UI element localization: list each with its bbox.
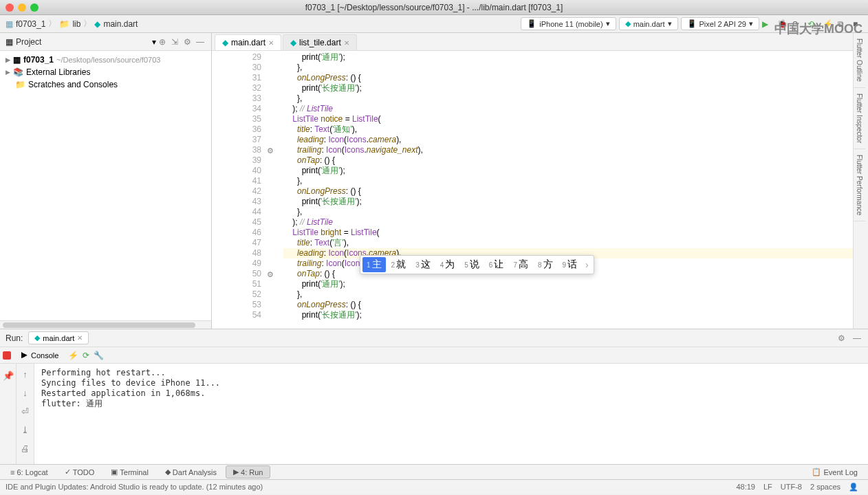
ime-candidate[interactable]: 7高 <box>509 257 532 272</box>
run-tool-sidebar: ↑ ↓ ⏎ ⤓ 🖨 <box>17 364 34 464</box>
dart-file-icon: ◆ <box>94 19 100 29</box>
window-title: f0703_1 [~/Desktop/lesson/source/f0703_1… <box>305 3 563 12</box>
dart-icon: ◆ <box>34 333 40 342</box>
hide-icon[interactable]: — <box>853 333 862 343</box>
tab-dart-analysis[interactable]: ◆Dart Analysis <box>158 465 224 478</box>
statusbar: IDE and Plugin Updates: Android Studio i… <box>0 479 868 494</box>
chevron-down-icon[interactable]: ▾ <box>152 37 156 47</box>
folder-icon: ▦ <box>6 37 13 47</box>
ime-next-icon[interactable]: › <box>583 260 592 270</box>
project-icon: ▦ <box>13 55 21 65</box>
breadcrumb-sep: 〉 <box>48 18 56 30</box>
dart-icon: ◆ <box>290 38 296 47</box>
tab-listtile[interactable]: ◆ list_tile.dart ✕ <box>283 34 357 50</box>
tab-main[interactable]: ◆ main.dart ✕ <box>215 34 281 50</box>
close-icon[interactable]: ✕ <box>344 39 349 47</box>
folder-icon: 📁 <box>59 19 69 29</box>
side-tab-inspector[interactable]: Flutter Inspector <box>854 88 865 149</box>
ime-candidate[interactable]: 1主 <box>362 257 386 272</box>
tab-event-log[interactable]: 📋Event Log <box>804 465 865 478</box>
close-icon[interactable]: ✕ <box>77 334 83 342</box>
editor: ◆ main.dart ✕ ◆ list_tile.dart ✕ 2930313… <box>212 33 868 329</box>
close-window[interactable] <box>6 3 14 12</box>
file-encoding[interactable]: UTF-8 <box>777 483 806 491</box>
gear-icon[interactable]: ⚙ <box>838 333 847 343</box>
gear-icon[interactable]: ⚙ <box>184 37 193 47</box>
breadcrumb-file: main.dart <box>103 19 138 29</box>
ime-candidate[interactable]: 8方 <box>534 257 557 272</box>
tree-scratches[interactable]: 📁 Scratches and Consoles <box>0 78 211 91</box>
run-left-sidebar: 📌 <box>0 364 17 464</box>
code-area[interactable]: 29303132333435363738⚙3940414243444546474… <box>212 51 868 329</box>
ime-candidate[interactable]: 2就 <box>387 257 411 272</box>
tab-logcat[interactable]: ≡6: Logcat <box>3 466 56 478</box>
stop-button[interactable] <box>3 351 11 360</box>
device-selector[interactable]: 📱 iPhone 11 (mobile) ▾ <box>521 17 616 30</box>
ime-popup[interactable]: 1主2就3这4为5说6让7高8方9话› <box>360 255 594 274</box>
print-icon[interactable]: 🖨 <box>18 441 32 456</box>
indent[interactable]: 2 spaces <box>806 483 845 491</box>
breadcrumb[interactable]: ▦ f0703_1 〉 📁 lib 〉 ◆ main.dart <box>6 18 138 30</box>
run-config-selector[interactable]: ◆ main.dart ▾ <box>619 17 678 30</box>
inspector-icon[interactable]: 👤 <box>845 483 862 492</box>
watermark: 中国大学MOOC <box>774 21 862 37</box>
tab-run[interactable]: ▶4: Run <box>226 465 270 478</box>
right-side-tabs: Flutter Outline Flutter Inspector Flutte… <box>853 33 868 329</box>
tab-todo[interactable]: ✓TODO <box>57 465 102 478</box>
ime-candidate[interactable]: 9话 <box>558 257 582 272</box>
project-icon: ▦ <box>6 19 13 29</box>
tree-external-libs[interactable]: ▶ 📚 External Libraries <box>0 66 211 78</box>
console-bar: ⯈ Console ⚡ ⟳ 🔧 <box>0 347 868 364</box>
scrollbar-thumb[interactable] <box>3 322 195 328</box>
scroll-icon[interactable]: ⤓ <box>19 422 32 438</box>
chevron-down-icon: ▾ <box>749 19 753 28</box>
project-panel: ▦ Project ▾ ⊕ ⇲ ⚙ — ▶ ▦ f0703_1 ~/Deskto… <box>0 33 212 329</box>
project-tree[interactable]: ▶ ▦ f0703_1 ~/Desktop/lesson/source/f070… <box>0 51 211 320</box>
ime-candidate[interactable]: 5说 <box>460 257 484 272</box>
code-content[interactable]: print('通用'); }, onLongPress: () { print(… <box>267 51 868 329</box>
restart-icon[interactable]: ⟳ <box>83 351 89 360</box>
expand-icon[interactable]: ▶ <box>6 69 10 76</box>
pin-icon[interactable]: 📌 <box>0 368 17 384</box>
hide-icon[interactable]: — <box>196 37 206 47</box>
vm-selector[interactable]: 📱 Pixel 2 API 29 ▾ <box>681 17 760 30</box>
project-panel-header: ▦ Project ▾ ⊕ ⇲ ⚙ — <box>0 33 211 51</box>
expand-icon[interactable]: ▶ <box>6 56 10 63</box>
window-controls <box>6 3 39 12</box>
collapse-icon[interactable]: ⇲ <box>171 37 181 47</box>
project-hscroll[interactable] <box>0 320 211 329</box>
editor-tabs: ◆ main.dart ✕ ◆ list_tile.dart ✕ <box>212 33 868 51</box>
maximize-window[interactable] <box>30 3 39 12</box>
console-output[interactable]: Performing hot restart... Syncing files … <box>34 364 868 464</box>
line-ending[interactable]: LF <box>759 483 777 491</box>
hot-reload-icon[interactable]: ⚡ <box>68 351 78 360</box>
down-icon[interactable]: ↓ <box>20 385 30 401</box>
up-icon[interactable]: ↑ <box>20 366 30 382</box>
devtools-icon[interactable]: 🔧 <box>94 351 104 360</box>
run-tab[interactable]: ◆ main.dart ✕ <box>28 331 89 344</box>
chevron-down-icon: ▾ <box>668 19 672 28</box>
breadcrumb-folder: lib <box>72 19 80 29</box>
status-message[interactable]: IDE and Plugin Updates: Android Studio i… <box>6 483 732 491</box>
dart-icon: ◆ <box>222 38 228 47</box>
ime-candidate[interactable]: 3这 <box>411 257 435 272</box>
tree-root[interactable]: ▶ ▦ f0703_1 ~/Desktop/lesson/source/f070… <box>0 54 211 66</box>
chevron-down-icon: ▾ <box>606 19 610 28</box>
console-tab[interactable]: ⯈ Console <box>15 350 64 361</box>
ime-candidate[interactable]: 4为 <box>436 257 459 272</box>
tab-terminal[interactable]: ▣Terminal <box>103 465 156 478</box>
wrap-icon[interactable]: ⏎ <box>19 404 32 419</box>
side-tab-outline[interactable]: Flutter Outline <box>854 33 865 88</box>
close-icon[interactable]: ✕ <box>268 39 274 47</box>
target-icon[interactable]: ⊕ <box>159 37 169 47</box>
breadcrumb-sep: 〉 <box>83 18 91 30</box>
titlebar: f0703_1 [~/Desktop/lesson/source/f0703_1… <box>0 0 868 15</box>
ime-candidate[interactable]: 6让 <box>485 257 508 272</box>
run-icon[interactable]: ▶ <box>762 19 772 29</box>
dart-icon: ◆ <box>625 19 631 28</box>
run-title: Run: <box>6 333 23 343</box>
breadcrumb-project: f0703_1 <box>16 19 45 29</box>
cursor-position: 48:19 <box>732 483 759 491</box>
side-tab-performance[interactable]: Flutter Performance <box>854 149 865 221</box>
minimize-window[interactable] <box>18 3 26 12</box>
